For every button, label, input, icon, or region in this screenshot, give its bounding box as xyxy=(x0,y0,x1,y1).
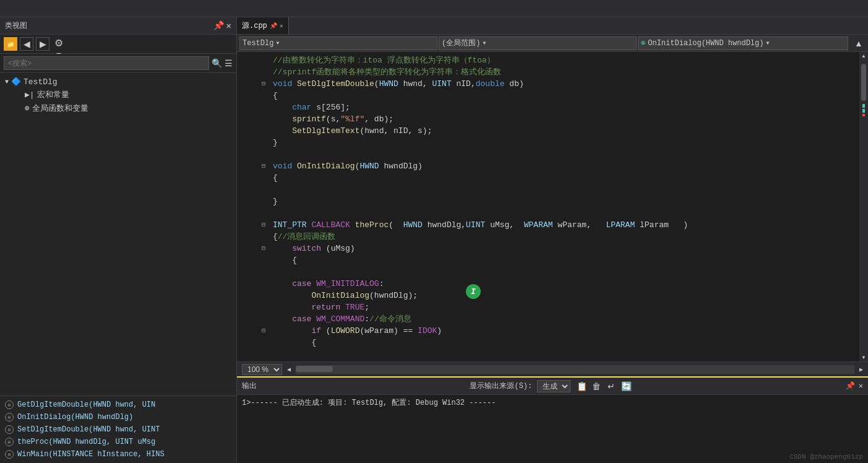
code-line: } xyxy=(237,196,859,207)
code-line-return-true: return TRUE; xyxy=(237,301,859,313)
item-icon-1: ⊕ xyxy=(5,413,14,422)
output-pin-icon[interactable]: 📌 xyxy=(846,381,855,391)
scroll-up-arrow[interactable]: ▲ xyxy=(862,53,866,59)
scroll-marker-red xyxy=(862,114,865,116)
search-input[interactable] xyxy=(4,56,209,70)
function-dropdown[interactable]: ⊕ OnInitDialog(HWND hwndDlg) ▼ xyxy=(638,37,848,50)
zoom-select[interactable]: 100 % 75 % 125 % 150 % xyxy=(242,364,282,375)
clear-output-button[interactable]: 🗑 xyxy=(590,380,603,392)
copy-output-button[interactable]: 📋 xyxy=(575,380,588,392)
code-line: ⊟ if (LOWORD(wParam) == IDOK) xyxy=(237,325,859,337)
tab-label: 源.cpp xyxy=(242,20,267,31)
output-title: 输出 xyxy=(242,381,257,391)
list-item[interactable]: ⊕ WinMain(HINSTANCE hInstance, HINS xyxy=(0,448,236,461)
list-item[interactable]: ⊕ theProc(HWND hwndDlg, UINT uMsg xyxy=(0,436,236,448)
horizontal-scrollbar[interactable] xyxy=(296,365,854,374)
tab-close-icon[interactable]: ✕ xyxy=(280,22,283,30)
macro-icon: ▶| xyxy=(25,90,35,100)
editor-toolbar: TestDlg ▼ (全局范围) ▼ ⊕ OnInitDialog(HWND h… xyxy=(237,35,868,52)
output-panel: 输出 显示输出来源(S): 生成 调试 输出 📋 🗑 ↵ 🔄 xyxy=(237,376,868,463)
tree-root-icon: 🔷 xyxy=(11,77,21,87)
code-line xyxy=(237,184,859,196)
hscroll-left-arrow[interactable]: ◀ xyxy=(287,366,291,373)
list-item[interactable]: ⊕ SetDlgItemDouble(HWND hwnd, UINT xyxy=(0,423,236,436)
tab-pin-icon[interactable]: 📌 xyxy=(270,22,277,30)
search-row: 🔍 ☰ xyxy=(0,54,236,73)
code-line: {//消息回调函数 xyxy=(237,231,859,243)
back-button[interactable]: ◀ xyxy=(20,37,33,51)
range-dropdown-arrow: ▼ xyxy=(483,40,486,46)
search-button[interactable]: 🔍 xyxy=(212,58,222,68)
code-line: //由整数转化为字符串：itoa 浮点数转化为字符串（ftoa） xyxy=(237,54,859,66)
editor-tab-bar: 源.cpp 📌 ✕ xyxy=(237,17,868,35)
tree-collapse-arrow[interactable]: ▼ xyxy=(5,79,9,85)
code-line: ⊟ void OnInitDialog(HWND hwndDlg) xyxy=(237,160,859,172)
output-title-bar: 输出 显示输出来源(S): 生成 调试 输出 📋 🗑 ↵ 🔄 xyxy=(237,378,868,395)
list-item[interactable]: ⊕ OnInitDialog(HWND hwndDlg) xyxy=(0,411,236,423)
editor-main: //由整数转化为字符串：itoa 浮点数转化为字符串（ftoa） //sprin… xyxy=(237,52,868,361)
tree-child-macros[interactable]: ▶| 宏和常量 xyxy=(0,88,236,102)
editor-toolbar-right: ▲ xyxy=(852,37,866,50)
globals-label: 全局函数和变量 xyxy=(32,103,88,114)
macro-label: 宏和常量 xyxy=(37,89,69,100)
code-line: case WM_INITDIALOG: xyxy=(237,278,859,290)
range-dropdown[interactable]: (全局范围) ▼ xyxy=(439,37,637,50)
filter-button[interactable]: ☰ xyxy=(225,58,233,68)
list-item[interactable]: ⊕ GetDlgItemDouble(HWND hwnd, UIN xyxy=(0,399,236,411)
item-label-2: SetDlgItemDouble(HWND hwnd, UINT xyxy=(17,425,160,434)
output-source-label: 显示输出来源(S): xyxy=(470,381,532,391)
code-line: { xyxy=(237,254,859,266)
close-panel-icon[interactable]: ✕ xyxy=(226,20,231,31)
tab-source-cpp[interactable]: 源.cpp 📌 ✕ xyxy=(237,17,289,34)
code-line: } xyxy=(237,137,859,149)
main-area: 类视图 📌 ✕ 📁 ◀ ▶ ⚙ ▾ 🔍 ☰ ▼ 🔷 TestDlg xyxy=(0,17,868,463)
wrap-output-button[interactable]: ↵ xyxy=(605,380,617,392)
folder-button[interactable]: 📁 xyxy=(4,37,17,51)
scroll-down-arrow[interactable]: ▼ xyxy=(862,355,866,360)
tree-root-item[interactable]: ▼ 🔷 TestDlg xyxy=(0,76,236,88)
output-controls: 显示输出来源(S): 生成 调试 输出 📋 🗑 ↵ 🔄 xyxy=(470,380,632,392)
code-line: { xyxy=(237,172,859,184)
item-label-0: GetDlgItemDouble(HWND hwnd, UIN xyxy=(17,400,155,409)
code-line xyxy=(237,149,859,160)
item-icon-3: ⊕ xyxy=(5,438,14,446)
scroll-up-button[interactable]: ▲ xyxy=(852,37,866,50)
code-line: { xyxy=(237,337,859,348)
output-source-select[interactable]: 生成 调试 输出 xyxy=(537,380,570,392)
code-line: { xyxy=(237,90,859,102)
vertical-scrollbar[interactable]: ▲ ▼ xyxy=(859,52,868,361)
code-line xyxy=(237,266,859,278)
hscroll-right-arrow[interactable]: ▶ xyxy=(859,366,863,373)
item-icon-4: ⊕ xyxy=(5,450,14,459)
panel-title: 类视图 xyxy=(5,20,27,31)
tree-root-label: TestDlg xyxy=(24,77,58,87)
item-label-1: OnInitDialog(HWND hwndDlg) xyxy=(17,413,133,422)
tree-area: ▼ 🔷 TestDlg ▶| 宏和常量 ⊕ 全局函数和变量 xyxy=(0,73,236,396)
scope-dropdown[interactable]: TestDlg ▼ xyxy=(239,37,437,50)
status-bar-bottom: 100 % 75 % 125 % 150 % ◀ ▶ xyxy=(237,361,868,376)
left-panel: 类视图 📌 ✕ 📁 ◀ ▶ ⚙ ▾ 🔍 ☰ ▼ 🔷 TestDlg xyxy=(0,17,237,463)
bottom-list: ⊕ GetDlgItemDouble(HWND hwnd, UIN ⊕ OnIn… xyxy=(0,396,236,463)
toolbar-row: 📁 ◀ ▶ ⚙ ▾ xyxy=(0,35,236,54)
output-toolbar-icons: 📋 🗑 ↵ 🔄 xyxy=(575,380,632,392)
scroll-marker-green-1 xyxy=(862,104,865,108)
sync-output-button[interactable]: 🔄 xyxy=(620,380,632,392)
settings-button[interactable]: ⚙ ▾ xyxy=(52,37,66,51)
code-line: //sprintf函数能将各种类型的数字转化为字符串：格式化函数 xyxy=(237,66,859,78)
function-icon: ⊕ xyxy=(641,38,645,48)
tree-child-globals[interactable]: ⊕ 全局函数和变量 xyxy=(0,102,236,115)
panel-title-bar: 类视图 📌 ✕ xyxy=(0,17,236,35)
output-title-right: 📌 ✕ xyxy=(846,381,863,391)
code-area[interactable]: //由整数转化为字符串：itoa 浮点数转化为字符串（ftoa） //sprin… xyxy=(237,52,859,361)
code-line: char s[256]; xyxy=(237,102,859,113)
item-label-3: theProc(HWND hwndDlg, UINT uMsg xyxy=(17,438,155,446)
scroll-thumb[interactable] xyxy=(861,64,866,101)
forward-button[interactable]: ▶ xyxy=(36,37,49,51)
function-value: OnInitDialog(HWND hwndDlg) xyxy=(648,39,763,48)
top-tab-bar xyxy=(0,0,868,17)
hscroll-thumb[interactable] xyxy=(296,366,333,372)
function-dropdown-arrow: ▼ xyxy=(766,40,769,46)
output-close-icon[interactable]: ✕ xyxy=(859,381,863,391)
item-icon-0: ⊕ xyxy=(5,400,14,409)
pin-icon[interactable]: 📌 xyxy=(213,20,224,31)
